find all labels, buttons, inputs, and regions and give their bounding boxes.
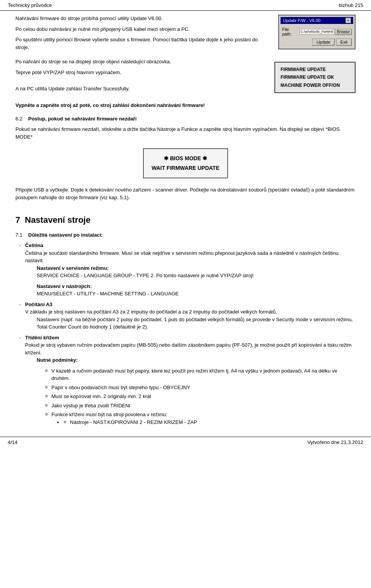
firmware-status-box: FIRMWARE UPDATE FIRMWARE UPDATE OK MACHI… bbox=[274, 62, 356, 93]
cestina-sub-heading1: Nastavení v servisním režimu: SERVICE CH… bbox=[37, 264, 356, 280]
para4: Po nahrání do stroje se na displeji stro… bbox=[15, 58, 267, 66]
section62-para2: Připojte USB a vyčkejte. Dojde k detekov… bbox=[15, 186, 356, 201]
dialog-body: File path: Browse Update Exit bbox=[281, 25, 353, 47]
trideni-sub-heading: Nutné podmínky: bbox=[37, 356, 356, 364]
pocitani-para1: V základu je stroj nastaven na počítání … bbox=[25, 309, 277, 315]
bullet-item-0: Nástroje - NAST.KOPIROVANI 2 - REZIM KRI… bbox=[63, 419, 356, 426]
section-62: 6.2 Postup, pokud se nahrávání firmware … bbox=[15, 116, 356, 201]
trideni-circle-list: V kazetě a ručním podavači musí být papí… bbox=[44, 367, 356, 426]
circle-item-1: Papír v obou podavačích musí být stejnéh… bbox=[44, 384, 356, 391]
section7-title: Nastavení stroje bbox=[25, 215, 90, 225]
intro-text-col: Nahrávání firmware do stroje probíhá pom… bbox=[15, 15, 271, 54]
circle-item-4: Funkce křížení musí být na stroji povole… bbox=[44, 411, 356, 426]
footer-page: 4/14 bbox=[8, 439, 17, 445]
status-line3: MACHINE POWER OFF/ON bbox=[281, 81, 349, 89]
cestina-title: Čeština bbox=[25, 242, 43, 248]
trideni-indent: Nutné podmínky: V kazetě a ručním podava… bbox=[37, 356, 356, 426]
trideni-bullet-list: Nástroje - NAST.KOPIROVANI 2 - REZIM KRI… bbox=[63, 419, 356, 426]
header-right: bizhub 215 bbox=[339, 2, 363, 8]
after-upload-section: Po nahrání do stroje se na displeji stro… bbox=[15, 58, 356, 112]
update-button[interactable]: Update bbox=[312, 39, 334, 46]
firmware-dialog-screenshot: Update F/W - V6.00 × File path: Browse U… bbox=[278, 15, 356, 49]
cestina-para1: Čeština je součástí standardního firmwar… bbox=[25, 250, 339, 264]
pocitani-indent: Nastavení (např. na běžné počítání 2 pul… bbox=[37, 316, 356, 331]
trideni-sub-heading-text: Nutné podmínky: bbox=[37, 357, 78, 363]
after-text-col: Po nahrání do stroje se na displeji stro… bbox=[15, 58, 267, 112]
pocitani-para2: Nastavení (např. na běžné počítání 2 pul… bbox=[37, 316, 356, 331]
trideni-para1: Pokud je stroj vybaven ručním podavačem … bbox=[25, 342, 352, 356]
cestina-sub-text2: MENU/SELECT - UTILITY - MACHINE SETTING … bbox=[37, 291, 179, 297]
bios-mode-container: ✱ BIOS MODE ✱ WAIT FIRMWARE UPDATE bbox=[15, 144, 356, 182]
section62-heading-row: 6.2 Postup, pokud se nahrávání firmware … bbox=[15, 116, 356, 124]
section71-title: Důležitá nastavení po instalaci: bbox=[28, 232, 103, 238]
circle-item-0: V kazetě a ručním podavači musí být papí… bbox=[44, 367, 356, 382]
dialog-buttons: Update Exit bbox=[282, 39, 352, 46]
circle-item-2: Musí se kopírovat min. 2 originály min. … bbox=[44, 393, 356, 400]
dialog-title: Update F/W - V6.00 bbox=[283, 18, 320, 23]
filepath-input[interactable] bbox=[300, 29, 334, 34]
trideni-title: Třídění křížem bbox=[25, 335, 59, 341]
page-content: Nahrávání firmware do stroje probíhá pom… bbox=[0, 11, 371, 433]
footer-date: Vytvořeno dne 21.3.2012 bbox=[307, 439, 363, 445]
cestina-sub-heading1-text: Nastavení v servisním režimu: bbox=[37, 265, 109, 271]
header-left: Technický průvodce bbox=[8, 2, 52, 8]
section71-num: 7.1 bbox=[15, 232, 25, 240]
para2: Po celou dobu nahrávání je nutné mít při… bbox=[15, 25, 271, 33]
section7-num: 7 bbox=[15, 215, 20, 225]
dialog-titlebar: Update F/W - V6.00 × bbox=[281, 17, 353, 24]
section71-heading-row: 7.1 Důležitá nastavení po instalaci: bbox=[15, 232, 356, 240]
section-7-heading: 7 Nastavení stroje bbox=[15, 208, 356, 229]
para7-bold: Vypněte a zapněte stroj až poté, co stro… bbox=[15, 102, 267, 109]
section62-para1: Pokud se nahrávání firmware nezdaří, sti… bbox=[15, 125, 356, 141]
settings-list: Čeština Čeština je součástí standardního… bbox=[19, 242, 356, 426]
para6: A na PC utilita Update zahlásí Transfer … bbox=[15, 85, 267, 93]
page-footer: 4/14 Vytvořeno dne 21.3.2012 bbox=[0, 437, 371, 447]
firmware-intro-section: Nahrávání firmware do stroje probíhá pom… bbox=[15, 15, 356, 54]
bios-line2: WAIT FIRMWARE UPDATE bbox=[151, 163, 220, 173]
bios-mode-box: ✱ BIOS MODE ✱ WAIT FIRMWARE UPDATE bbox=[143, 148, 228, 178]
section-71: 7.1 Důležitá nastavení po instalaci: Češ… bbox=[15, 232, 356, 426]
status-line1: FIRMWARE UPDATE bbox=[281, 66, 349, 73]
filepath-row: File path: Browse bbox=[282, 27, 352, 36]
para5: Teprve poté VYP/ZAP stroj hlavním vypína… bbox=[15, 69, 267, 76]
cestina-sub-text1: SERVICE CHOICE - LANGUAGE GROUP - TYPE 2… bbox=[37, 273, 254, 278]
para3: Po spuštění utility pomocí Browse vybert… bbox=[15, 36, 271, 51]
section62-title: Postup, pokud se nahrávání firmware nezd… bbox=[28, 116, 136, 122]
para1: Nahrávání firmware do stroje probíhá pom… bbox=[15, 15, 271, 22]
bios-line1: ✱ BIOS MODE ✱ bbox=[151, 154, 220, 163]
cestina-sub-heading2: Nastavení v nástrojích: MENU/SELECT - UT… bbox=[37, 283, 356, 298]
list-item-trideni: Třídění křížem Pokud je stroj vybaven ru… bbox=[19, 334, 356, 426]
cestina-sub-heading2-text: Nastavení v nástrojích: bbox=[37, 283, 92, 289]
status-line2: FIRMWARE UPDATE OK bbox=[281, 73, 349, 81]
section62-num: 6.2 bbox=[15, 116, 25, 124]
browse-button[interactable]: Browse bbox=[335, 29, 352, 35]
pocitani-title: Počítání A3 bbox=[25, 302, 52, 307]
list-item-pocitani: Počítání A3 V základu je stroj nastaven … bbox=[19, 301, 356, 331]
filepath-label: File path: bbox=[282, 27, 300, 36]
page-header: Technický průvodce bizhub 215 bbox=[0, 0, 371, 11]
dialog-close-btn[interactable]: × bbox=[345, 18, 351, 23]
exit-button[interactable]: Exit bbox=[336, 39, 352, 46]
cestina-indent: Nastavení v servisním režimu: SERVICE CH… bbox=[37, 264, 356, 298]
list-item-cestina: Čeština Čeština je součástí standardního… bbox=[19, 242, 356, 298]
circle-item-3: Jako výstup je třeba zvolit TRIDENI bbox=[44, 402, 356, 410]
